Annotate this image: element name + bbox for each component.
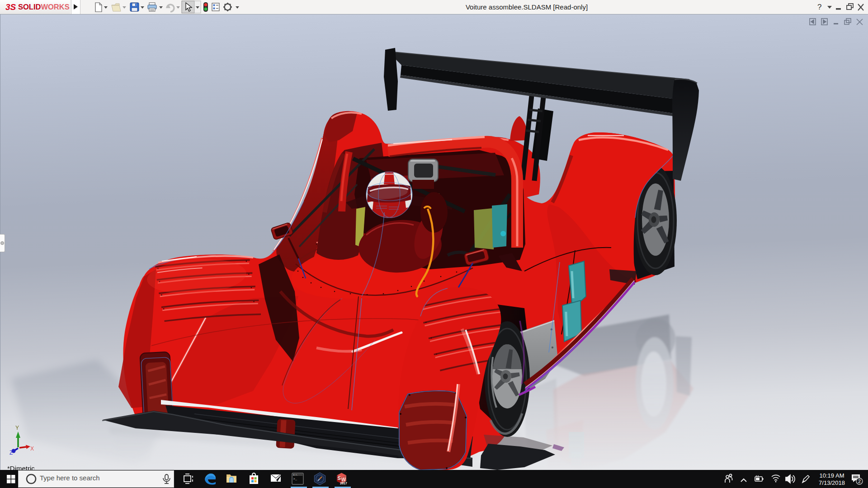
svg-text:Z: Z (9, 450, 13, 456)
svg-text:Y: Y (15, 425, 19, 431)
svg-text:2017: 2017 (340, 482, 347, 485)
svg-text:7/13/2018: 7/13/2018 (819, 479, 845, 486)
svg-text:C:\: C:\ (293, 474, 297, 477)
svg-text:>_: >_ (293, 477, 297, 481)
svg-text:10:19 AM: 10:19 AM (820, 472, 844, 479)
svg-text:2: 2 (858, 479, 861, 484)
svg-text:S: S (338, 475, 341, 481)
svg-text:X: X (30, 446, 34, 452)
svg-text:?: ? (817, 3, 821, 11)
